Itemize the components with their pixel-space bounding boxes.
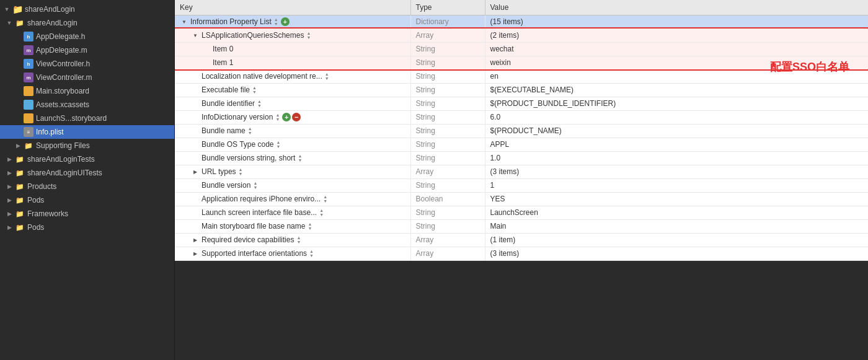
key-cell: Localization native development re...▲▼ xyxy=(175,69,410,83)
sidebar-item-assets-xcassets[interactable]: Assets.xcassets xyxy=(0,98,174,112)
sidebar-item-app-delegate-m[interactable]: mAppDelegate.m xyxy=(0,43,174,57)
main-content: Key Type Value ▼Information Property Lis… xyxy=(175,0,868,261)
stepper-icon[interactable]: ▲▼ xyxy=(277,140,281,149)
stepper-icon[interactable]: ▲▼ xyxy=(325,72,329,81)
sidebar-item-root-group[interactable]: ▼📁shareAndLogin xyxy=(0,16,174,30)
sidebar-item-pods2[interactable]: ▶📁Pods xyxy=(0,221,174,234)
row-disclosure-icon[interactable] xyxy=(191,99,200,108)
sidebar-item-label: Main.storyboard xyxy=(36,87,89,95)
table-row[interactable]: ▼LSApplicationQueriesSchemes▲▼Array(2 it… xyxy=(175,29,868,42)
sidebar-item-shareandlogintests[interactable]: ▶📁shareAndLoginTests xyxy=(0,152,174,166)
row-disclosure-icon[interactable]: ▼ xyxy=(191,31,200,40)
row-disclosure-icon[interactable] xyxy=(202,45,211,53)
add-button[interactable]: + xyxy=(281,17,290,26)
row-disclosure-icon[interactable]: ▼ xyxy=(180,17,188,26)
row-disclosure-icon[interactable] xyxy=(191,181,200,190)
table-row[interactable]: ▼Information Property List▲▼+Dictionary(… xyxy=(175,15,868,29)
sidebar-item-viewcontroller-m[interactable]: mViewController.m xyxy=(0,71,174,84)
table-row[interactable]: Bundle name▲▼String$(PRODUCT_NAME) xyxy=(175,124,868,138)
folder-icon: 📁 xyxy=(15,209,25,219)
plist-table-body: ▼Information Property List▲▼+Dictionary(… xyxy=(175,15,868,260)
stepper-icon[interactable]: ▲▼ xyxy=(306,31,311,40)
sidebar-item-label: AppDelegate.h xyxy=(36,32,85,41)
row-disclosure-icon[interactable] xyxy=(191,140,200,149)
stepper-icon[interactable]: ▲▼ xyxy=(248,126,252,135)
add-button[interactable]: + xyxy=(282,113,291,121)
table-row[interactable]: Executable file▲▼String$(EXECUTABLE_NAME… xyxy=(175,83,868,97)
row-disclosure-icon[interactable] xyxy=(191,195,200,203)
sidebar: 📁 shareAndLogin ▼📁shareAndLogin hAppDele… xyxy=(0,0,175,360)
table-row[interactable]: Localization native development re...▲▼S… xyxy=(175,69,868,83)
stepper-icon[interactable]: ▲▼ xyxy=(319,208,324,217)
stepper-icon[interactable]: ▲▼ xyxy=(239,167,243,176)
key-text: LSApplicationQueriesSchemes xyxy=(202,31,304,40)
disclosure-icon: ▶ xyxy=(5,196,14,204)
table-row[interactable]: ▶Supported interface orientations▲▼Array… xyxy=(175,247,868,260)
sidebar-item-supporting-files[interactable]: ▶📁Supporting Files xyxy=(0,139,174,152)
row-disclosure-icon[interactable]: ▶ xyxy=(191,235,200,244)
stepper-icon[interactable]: ▲▼ xyxy=(257,99,262,108)
stepper-icon[interactable]: ▲▼ xyxy=(298,154,302,162)
table-row[interactable]: Bundle versions string, short▲▼String1.0 xyxy=(175,151,868,165)
key-text: Application requires iPhone enviro... xyxy=(202,195,321,203)
key-text: Item 0 xyxy=(213,45,233,53)
table-row[interactable]: Application requires iPhone enviro...▲▼B… xyxy=(175,192,868,206)
sidebar-item-main-storyboard[interactable]: Main.storyboard xyxy=(0,84,174,98)
table-row[interactable]: InfoDictionary version▲▼+−String6.0 xyxy=(175,110,868,124)
sidebar-item-frameworks[interactable]: ▶📁Frameworks xyxy=(0,207,174,221)
row-disclosure-icon[interactable] xyxy=(202,58,211,67)
table-row[interactable]: ▶Required device capabilities▲▼Array(1 i… xyxy=(175,233,868,247)
key-cell: Executable file▲▼ xyxy=(175,83,410,97)
stepper-icon[interactable]: ▲▼ xyxy=(253,181,257,190)
row-disclosure-icon[interactable] xyxy=(191,113,200,121)
table-row[interactable]: Bundle identifier▲▼String$(PRODUCT_BUNDL… xyxy=(175,97,868,110)
sidebar-item-viewcontroller-h[interactable]: hViewController.h xyxy=(0,57,174,71)
row-disclosure-icon[interactable] xyxy=(191,154,200,162)
stepper-icon[interactable]: ▲▼ xyxy=(323,195,327,203)
disclosure-icon xyxy=(14,87,22,95)
row-disclosure-icon[interactable]: ▶ xyxy=(191,249,200,258)
row-disclosure-icon[interactable] xyxy=(191,72,200,81)
table-row[interactable]: Launch screen interface file base...▲▼St… xyxy=(175,206,868,219)
stepper-icon[interactable]: ▲▼ xyxy=(274,17,278,26)
table-row[interactable]: Main storyboard file base name▲▼StringMa… xyxy=(175,219,868,233)
row-disclosure-icon[interactable] xyxy=(191,222,200,230)
key-text: Supported interface orientations xyxy=(202,249,307,258)
disclosure-icon xyxy=(2,5,11,14)
key-text: Bundle versions string, short xyxy=(202,154,295,162)
key-cell: Bundle version▲▼ xyxy=(175,178,410,192)
stepper-icon[interactable]: ▲▼ xyxy=(252,86,257,94)
row-disclosure-icon[interactable] xyxy=(191,126,200,135)
sidebar-item-launchscreen-storyboard[interactable]: LaunchS...storyboard xyxy=(0,112,174,125)
row-disclosure-icon[interactable] xyxy=(191,208,200,217)
table-row[interactable]: Item 0Stringwechat xyxy=(175,42,868,56)
sidebar-item-shareandloginuitests[interactable]: ▶📁shareAndLoginUITests xyxy=(0,166,174,180)
disclosure-icon xyxy=(14,73,22,82)
sidebar-item-pods[interactable]: ▶📁Pods xyxy=(0,193,174,207)
remove-button[interactable]: − xyxy=(292,113,301,121)
value-cell: 1 xyxy=(485,178,868,192)
col-header-value: Value xyxy=(485,0,868,15)
key-cell: ▼Information Property List▲▼+ xyxy=(175,15,410,29)
sidebar-item-project-root[interactable]: 📁 shareAndLogin xyxy=(0,2,174,16)
sidebar-item-app-delegate-h[interactable]: hAppDelegate.h xyxy=(0,30,174,43)
stepper-icon[interactable]: ▲▼ xyxy=(309,249,314,258)
row-disclosure-icon[interactable]: ▶ xyxy=(191,167,200,176)
sidebar-item-products[interactable]: ▶📁Products xyxy=(0,180,174,193)
key-cell: InfoDictionary version▲▼+− xyxy=(175,110,410,124)
table-header-row: Key Type Value xyxy=(175,0,868,15)
disclosure-icon: ▶ xyxy=(5,155,14,164)
sidebar-item-info-plist[interactable]: ≡Info.plist xyxy=(0,125,174,139)
stepper-icon[interactable]: ▲▼ xyxy=(308,222,312,230)
stepper-icon[interactable]: ▲▼ xyxy=(275,113,280,121)
table-row[interactable]: ▶URL types▲▼Array(3 items) xyxy=(175,165,868,178)
stepper-icon[interactable]: ▲▼ xyxy=(296,235,301,244)
type-cell: String xyxy=(410,124,485,138)
key-cell: Bundle OS Type code▲▼ xyxy=(175,138,410,151)
table-row[interactable]: Item 1Stringweixin xyxy=(175,56,868,69)
table-row[interactable]: Bundle version▲▼String1 xyxy=(175,178,868,192)
table-row[interactable]: Bundle OS Type code▲▼StringAPPL xyxy=(175,138,868,151)
row-disclosure-icon[interactable] xyxy=(191,86,200,94)
key-text: Bundle version xyxy=(202,181,250,190)
value-cell: 1.0 xyxy=(485,151,868,165)
